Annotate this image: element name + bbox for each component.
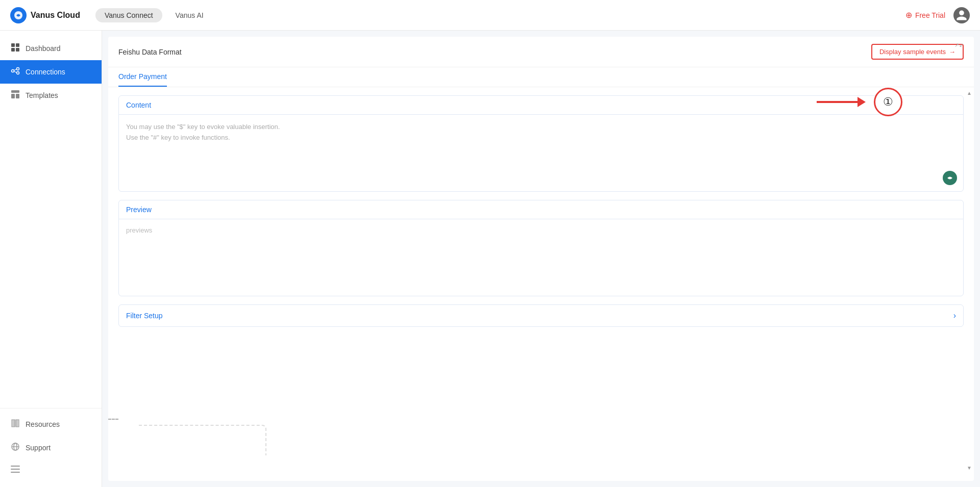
svg-rect-10 [11,90,19,93]
arrow-icon: → [949,48,955,56]
resources-icon [10,419,20,430]
sidebar-bottom: Resources Support [0,408,102,481]
svg-point-6 [17,68,19,70]
scroll-up-indicator: ▲ [967,90,972,96]
content-toggle-icon[interactable] [943,171,957,185]
svg-rect-16 [11,466,20,467]
logo: Vanus Cloud [10,7,80,23]
sidebar-item-connections[interactable]: Connections [0,60,102,84]
tab-order-payment[interactable]: Order Payment [118,67,167,87]
vanus-ai-btn[interactable]: Vanus AI [166,8,213,22]
scroll-area[interactable]: Content You may use the "$" key to evoke… [108,87,974,480]
svg-rect-12 [16,94,19,98]
filter-setup-section: Filter Setup › [118,304,964,327]
content-section-body: You may use the "$" key to evoke valuabl… [119,115,963,191]
templates-icon [10,90,20,101]
display-sample-events-button[interactable]: Display sample events → [871,44,964,60]
corner-resize-icon: ↗↙ [954,42,964,48]
vanus-connect-btn[interactable]: Vanus Connect [95,8,162,22]
header-right: ⊕ Free Trial [905,7,970,23]
content-placeholder: You may use the "$" key to evoke valuabl… [126,122,956,143]
svg-line-8 [14,69,17,70]
support-label: Support [26,444,51,452]
filter-setup-header[interactable]: Filter Setup › [119,305,963,326]
content-section: Content You may use the "$" key to evoke… [118,95,964,192]
alert-icon: ⊕ [905,10,912,20]
dashboard-label: Dashboard [26,44,61,53]
app-header: Vanus Cloud Vanus Connect Vanus AI ⊕ Fre… [0,0,980,31]
svg-rect-18 [11,472,20,473]
tab-bar: Order Payment [108,67,974,87]
svg-rect-1 [11,43,15,47]
svg-point-7 [17,72,19,74]
logo-text: Vanus Cloud [31,11,80,20]
dashed-decoration-bottom [139,425,266,455]
templates-label: Templates [26,91,58,99]
free-trial-button[interactable]: ⊕ Free Trial [905,10,945,20]
header-nav: Vanus Connect Vanus AI [95,8,213,22]
sidebar: Dashboard Connections Templates [0,31,102,487]
main-content: Feishu Data Format Display sample events… [102,31,980,487]
logo-icon [10,7,27,23]
content-section-header: Content [119,96,963,115]
svg-rect-17 [11,469,20,470]
dashboard-icon [10,43,20,54]
menu-icon [10,466,20,475]
connections-icon [10,66,20,78]
svg-point-5 [12,70,14,72]
free-trial-label: Free Trial [915,11,945,19]
svg-rect-2 [16,43,19,47]
placeholder-line1: You may use the "$" key to evoke valuabl… [126,122,956,133]
svg-line-9 [14,71,17,72]
preview-section: Preview previews [118,200,964,296]
sidebar-item-dashboard[interactable]: Dashboard [0,37,102,60]
preview-placeholder: previews [126,226,956,234]
scroll-down-indicator: ▼ [967,465,972,471]
sidebar-item-templates[interactable]: Templates [0,84,102,107]
placeholder-line2: Use the "#" key to invoke functions. [126,133,956,143]
display-events-label: Display sample events [879,48,946,56]
content-panel: Feishu Data Format Display sample events… [108,37,974,481]
svg-rect-11 [11,94,15,98]
connections-label: Connections [26,68,65,76]
support-icon [10,442,20,453]
preview-section-header: Preview [119,200,963,219]
sidebar-item-support[interactable]: Support [0,436,102,459]
avatar[interactable] [953,7,970,23]
svg-rect-3 [11,48,15,52]
panel-topbar: Feishu Data Format Display sample events… [108,37,974,67]
feishu-label: Feishu Data Format [118,48,182,56]
sidebar-item-resources[interactable]: Resources [0,413,102,436]
svg-rect-4 [16,48,19,52]
dashed-decoration-left [108,419,118,420]
filter-setup-label: Filter Setup [126,312,163,320]
sidebar-item-menu[interactable] [0,459,102,481]
filter-chevron-icon: › [953,311,956,320]
preview-section-body: previews [119,219,963,296]
resources-label: Resources [26,420,60,428]
